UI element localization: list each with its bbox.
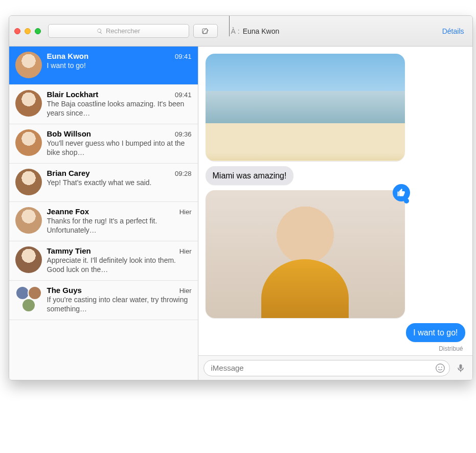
conversation-item[interactable]: Blair Lockhart09:41The Baja coastline lo… [9, 85, 198, 124]
callout-line-bottom [106, 380, 107, 380]
conversation-time: 09:41 [175, 53, 192, 60]
conversation-name: Tammy Tien [47, 246, 91, 255]
body: Euna Kwon09:41I want to go!Blair Lockhar… [9, 47, 472, 380]
conversation-time: 09:41 [175, 91, 192, 99]
conversation-item[interactable]: Bob Willson09:36You'll never guess who I… [9, 124, 198, 164]
conversation-name: The Guys [47, 286, 82, 295]
conversation-name: Bob Willson [47, 129, 92, 138]
microphone-icon [456, 363, 466, 373]
conversation-body: Euna Kwon09:41I want to go! [47, 52, 192, 78]
received-photo-portrait-wrap [206, 190, 405, 318]
received-photo-portrait[interactable] [206, 190, 405, 318]
conversation-preview: Yep! That's exactly what we said. [47, 178, 192, 188]
delivery-receipt: Distribué [439, 345, 463, 352]
details-button[interactable]: Détails [442, 27, 464, 35]
received-message-miami[interactable]: Miami was amazing! [206, 166, 294, 185]
message-input[interactable] [203, 360, 450, 376]
conversation-body: Bob Willson09:36You'll never guess who I… [47, 129, 192, 157]
conversation-list[interactable]: Euna Kwon09:41I want to go!Blair Lockhar… [9, 47, 198, 380]
conversation-item[interactable]: Euna Kwon09:41I want to go! [9, 47, 198, 85]
avatar [15, 52, 42, 78]
conversation-preview: If you're casting into clear water, try … [47, 296, 192, 313]
emoji-icon [435, 363, 446, 374]
minimize-window-button[interactable] [25, 28, 31, 34]
conversation-time: Hier [179, 208, 192, 216]
toolbar: Rechercher À : Euna Kwon Détails [9, 16, 472, 47]
group-avatar [15, 286, 42, 312]
emoji-button[interactable] [435, 363, 446, 374]
dictation-button[interactable] [454, 361, 467, 375]
tapback-thumbs-up[interactable] [393, 184, 410, 201]
svg-point-1 [436, 364, 444, 372]
conversation-item[interactable]: Jeanne FoxHierThanks for the rug! It's a… [9, 202, 198, 241]
conversation-body: The GuysHierIf you're casting into clear… [47, 286, 192, 313]
avatar [15, 129, 42, 156]
conversation-body: Brian Carey09:28Yep! That's exactly what… [47, 169, 192, 195]
search-icon [97, 28, 103, 34]
conversation-name: Blair Lockhart [47, 90, 99, 99]
conversation-name: Euna Kwon [47, 52, 89, 60]
avatar [15, 169, 42, 195]
messages-window: Rechercher À : Euna Kwon Détails Euna Kw… [9, 15, 473, 380]
message-input-wrap [203, 360, 450, 376]
portrait-image [206, 190, 405, 318]
svg-point-3 [441, 367, 442, 368]
thumbs-up-icon [397, 188, 406, 197]
conversation-preview: The Baja coastline looks amazing. It's b… [47, 100, 192, 118]
received-photo-beach[interactable] [206, 54, 405, 161]
conversation-body: Jeanne FoxHierThanks for the rug! It's a… [47, 207, 192, 235]
callout-line-top [229, 15, 230, 36]
conversation-item[interactable]: Tammy TienHierAppreciate it. I'll defini… [9, 241, 198, 281]
sent-message[interactable]: I want to go! [406, 323, 465, 342]
conversation-item[interactable]: Brian Carey09:28Yep! That's exactly what… [9, 164, 198, 202]
conversation-time: 09:28 [175, 170, 192, 177]
conversation-preview: You'll never guess who I bumped into at … [47, 139, 192, 157]
avatar [15, 90, 42, 117]
compose-button[interactable] [193, 24, 218, 38]
avatar [15, 246, 42, 273]
close-window-button[interactable] [14, 28, 20, 34]
window-controls [14, 28, 41, 34]
avatar [15, 207, 42, 234]
to-label: À : [231, 27, 240, 35]
conversation-preview: Thanks for the rug! It's a perfect fit. … [47, 217, 192, 235]
beach-image [206, 54, 405, 161]
zoom-window-button[interactable] [35, 28, 41, 34]
conversation-time: 09:36 [175, 130, 192, 138]
conversation-name: Brian Carey [47, 169, 90, 177]
chat-scroll[interactable]: Miami was amazing! I want to go! Distrib… [198, 47, 472, 355]
compose-row [198, 355, 472, 380]
to-field: À : Euna Kwon [231, 27, 280, 35]
search-input[interactable]: Rechercher [48, 24, 189, 38]
conversation-preview: I want to go! [47, 61, 192, 71]
conversation-time: Hier [179, 247, 192, 255]
search-placeholder: Rechercher [106, 27, 140, 35]
compose-icon [201, 27, 210, 35]
conversation-name: Jeanne Fox [47, 207, 89, 216]
conversation-preview: Appreciate it. I'll definitely look into… [47, 256, 192, 274]
conversation-item[interactable]: The GuysHierIf you're casting into clear… [9, 281, 198, 320]
to-value: Euna Kwon [243, 27, 280, 35]
conversation-time: Hier [179, 287, 192, 295]
svg-point-2 [438, 367, 439, 368]
conversation-body: Blair Lockhart09:41The Baja coastline lo… [47, 90, 192, 118]
conversation-body: Tammy TienHierAppreciate it. I'll defini… [47, 246, 192, 274]
chat-area: Miami was amazing! I want to go! Distrib… [198, 47, 472, 380]
